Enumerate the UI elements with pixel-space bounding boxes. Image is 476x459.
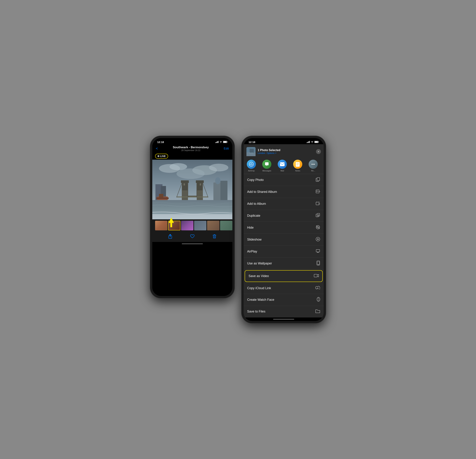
home-indicator-right bbox=[244, 317, 324, 321]
hide-label: Hide bbox=[247, 226, 254, 230]
svg-rect-52 bbox=[249, 153, 251, 153]
share-close-button[interactable]: × bbox=[316, 149, 321, 154]
airdrop-icon bbox=[247, 160, 256, 169]
live-badge[interactable]: LIVE bbox=[155, 154, 168, 159]
messages-icon bbox=[262, 160, 271, 169]
svg-rect-6 bbox=[223, 141, 227, 143]
status-icons bbox=[215, 141, 228, 143]
wifi-icon bbox=[219, 141, 222, 143]
share-button[interactable] bbox=[168, 234, 172, 240]
svg-rect-83 bbox=[318, 297, 319, 298]
share-photo-thumb bbox=[246, 147, 255, 156]
thumbnail-6[interactable] bbox=[220, 221, 232, 230]
menu-hide[interactable]: Hide bbox=[244, 222, 324, 234]
menu-save-to-files[interactable]: Save to Files bbox=[244, 306, 324, 317]
app-more[interactable]: Re... bbox=[306, 160, 321, 172]
menu-airplay[interactable]: AirPlay bbox=[244, 246, 324, 258]
hide-icon bbox=[316, 225, 320, 230]
icloud-link-label: Copy iCloud Link bbox=[247, 286, 271, 290]
signal-icon bbox=[215, 141, 219, 143]
share-location: London bbox=[258, 152, 265, 154]
thumbnail-3[interactable] bbox=[181, 221, 193, 230]
menu-create-watch-face[interactable]: Create Watch Face bbox=[244, 294, 324, 306]
svg-rect-44 bbox=[309, 141, 310, 143]
heart-button[interactable] bbox=[190, 234, 195, 239]
back-button[interactable]: < bbox=[156, 147, 158, 151]
svg-rect-75 bbox=[316, 249, 320, 252]
svg-rect-79 bbox=[318, 265, 319, 265]
airplay-icon bbox=[316, 249, 320, 254]
app-mail[interactable]: Mail bbox=[274, 160, 290, 172]
svg-marker-74 bbox=[317, 238, 319, 240]
yellow-arrow bbox=[168, 218, 175, 228]
svg-rect-80 bbox=[314, 274, 317, 277]
menu-duplicate[interactable]: Duplicate bbox=[244, 210, 324, 222]
app-airdrop[interactable]: AirDrop bbox=[244, 160, 259, 172]
svg-rect-46 bbox=[318, 142, 319, 142]
app-messages[interactable]: Messages bbox=[259, 160, 274, 172]
svg-rect-24 bbox=[184, 183, 185, 185]
share-options[interactable]: Options > bbox=[267, 152, 276, 154]
share-title: 1 Photo Selected bbox=[258, 149, 314, 152]
bottom-toolbar bbox=[152, 232, 232, 242]
create-watch-face-icon bbox=[317, 297, 320, 303]
menu-slideshow[interactable]: Slideshow bbox=[244, 234, 324, 246]
mail-icon bbox=[278, 160, 287, 169]
thumbnail-4[interactable] bbox=[194, 221, 206, 230]
thumbnail-5[interactable] bbox=[207, 221, 219, 230]
notch-right bbox=[270, 138, 298, 143]
svg-rect-27 bbox=[177, 197, 208, 197]
share-screen: 12:18 bbox=[244, 138, 324, 321]
menu-wallpaper[interactable]: Use as Wallpaper bbox=[244, 258, 324, 270]
signal-icon-right bbox=[307, 141, 310, 143]
more-label: Re... bbox=[311, 170, 315, 172]
thumbnail-1[interactable] bbox=[155, 221, 167, 230]
copy-photo-icon bbox=[316, 177, 320, 183]
live-label: LIVE bbox=[160, 155, 166, 157]
edit-button[interactable]: Edit bbox=[224, 147, 229, 150]
share-info: 1 Photo Selected London Options > bbox=[258, 149, 314, 154]
svg-rect-35 bbox=[159, 194, 163, 197]
save-to-files-label: Save to Files bbox=[247, 310, 265, 313]
save-as-video-icon bbox=[314, 274, 319, 279]
create-watch-face-label: Create Watch Face bbox=[247, 298, 274, 302]
wallpaper-icon bbox=[316, 261, 320, 266]
album-date: 28 September 16:22 bbox=[158, 149, 224, 152]
app-notes[interactable]: Notes bbox=[290, 160, 306, 172]
svg-rect-65 bbox=[317, 178, 320, 181]
add-album-label: Add to Album bbox=[247, 202, 266, 206]
svg-marker-37 bbox=[169, 218, 174, 227]
duplicate-icon bbox=[316, 213, 320, 218]
more-icon bbox=[309, 160, 318, 169]
duplicate-label: Duplicate bbox=[247, 214, 260, 218]
mail-label: Mail bbox=[280, 170, 284, 172]
menu-add-shared-album[interactable]: Add to Shared Album bbox=[244, 186, 324, 198]
left-iphone: 12:18 bbox=[150, 136, 235, 298]
live-dot-icon bbox=[158, 155, 159, 157]
svg-rect-84 bbox=[318, 301, 319, 302]
home-bar bbox=[182, 243, 203, 244]
svg-point-67 bbox=[316, 191, 318, 192]
svg-line-86 bbox=[318, 299, 319, 300]
home-indicator bbox=[152, 242, 232, 246]
main-photo bbox=[152, 160, 232, 219]
status-icons-right bbox=[307, 141, 319, 143]
svg-rect-23 bbox=[197, 182, 203, 190]
menu-icloud-link[interactable]: Copy iCloud Link bbox=[244, 283, 324, 294]
svg-rect-78 bbox=[317, 262, 319, 264]
trash-button[interactable] bbox=[212, 234, 217, 240]
add-shared-album-icon bbox=[316, 189, 320, 195]
svg-rect-5 bbox=[227, 142, 228, 142]
home-bar-right bbox=[273, 319, 294, 320]
svg-rect-16 bbox=[221, 181, 228, 202]
menu-copy-photo[interactable]: Copy Photo bbox=[244, 174, 324, 186]
share-header: 1 Photo Selected London Options > × bbox=[244, 144, 324, 158]
notch bbox=[178, 138, 206, 143]
menu-save-as-video[interactable]: Save as Video bbox=[245, 270, 323, 282]
menu-add-album[interactable]: Add to Album bbox=[244, 198, 324, 210]
svg-rect-22 bbox=[182, 182, 187, 190]
svg-point-62 bbox=[313, 164, 314, 164]
app-row: AirDrop Messages bbox=[244, 158, 324, 174]
notes-label: Notes bbox=[295, 170, 300, 172]
slideshow-icon bbox=[316, 237, 320, 242]
